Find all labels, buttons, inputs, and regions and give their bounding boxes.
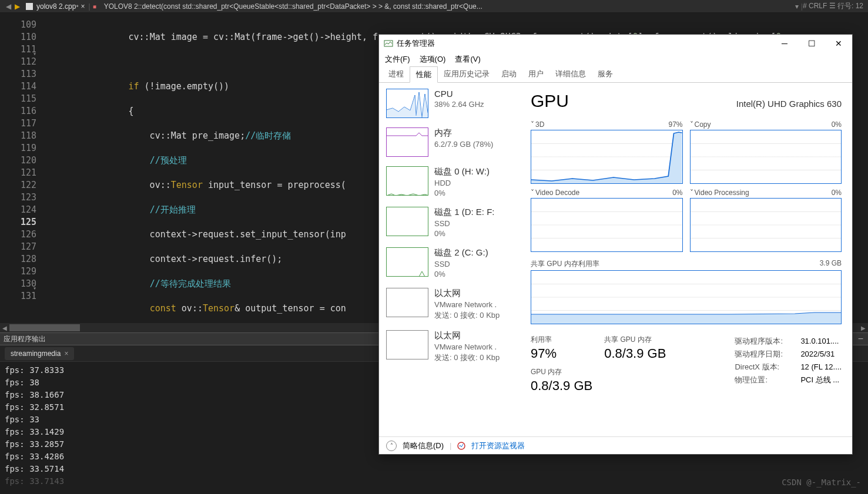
close-tab[interactable]: ×: [81, 2, 85, 11]
maximize-button[interactable]: ☐: [798, 35, 825, 52]
info-driver-date: 2022/5/31: [800, 348, 835, 361]
scroll-left-icon[interactable]: ◀: [0, 325, 9, 331]
chart-video-decode: [531, 198, 683, 252]
chart-label-copy[interactable]: Copy: [695, 120, 711, 129]
fold-icon[interactable]: ▾: [33, 48, 36, 60]
shared-gpu-label: 共享 GPU 内存: [604, 335, 666, 345]
taskmgr-icon: [384, 39, 393, 48]
util-label: 利用率: [531, 335, 592, 345]
chart-value-3d: 97%: [668, 120, 682, 129]
nav-forward-icon[interactable]: ▶: [15, 2, 20, 11]
util-value: 97%: [531, 346, 592, 361]
info-driver-date-label: 驱动程序日期:: [735, 348, 793, 361]
fold-icon[interactable]: ▾: [33, 282, 36, 294]
info-directx-label: DirectX 版本:: [735, 361, 793, 374]
info-driver-ver: 31.0.101....: [800, 335, 839, 348]
minimize-button[interactable]: ─: [771, 35, 798, 52]
tab-processes[interactable]: 进程: [383, 66, 410, 82]
ide-toolbar: ◀ ▶ yolov8 2.cpp • × | ◆ YOLOV8 2::detec…: [0, 0, 868, 13]
breadcrumb[interactable]: YOLOV8 2::detect(const std::shared_ptr<Q…: [104, 2, 793, 11]
chart-label-vproc[interactable]: Video Processing: [695, 189, 749, 197]
file-tab[interactable]: yolov8 2.cpp: [36, 2, 76, 11]
chart-label-3d[interactable]: 3D: [535, 120, 544, 129]
chart-video-processing: [690, 198, 842, 252]
status-text: # CRLF ☰ 行号: 12: [803, 1, 868, 11]
brief-info-link[interactable]: 简略信息(D): [403, 441, 444, 451]
tab-services[interactable]: 服务: [592, 66, 619, 82]
watermark: CSDN @-_Matrix_-: [782, 478, 861, 487]
dropdown-icon[interactable]: ▾: [795, 2, 799, 11]
svg-point-1: [458, 442, 465, 449]
taskmgr-footer: ˄ 简略信息(D) | 打开资源监视器: [379, 436, 852, 454]
gpu-mem-value: 0.8/3.9 GB: [531, 378, 592, 394]
modified-dot-icon: •: [76, 2, 78, 11]
line-gutter: 109 110 111▾ 112 113 114 115 116 117 118…: [0, 13, 43, 323]
info-directx: 12 (FL 12....: [800, 361, 842, 374]
chevron-down-icon[interactable]: ˅: [531, 189, 534, 197]
menubar: 文件(F) 选项(O) 查看(V): [379, 52, 852, 66]
output-tab[interactable]: streamingmedia ×: [5, 347, 74, 360]
diamond-icon: ◆: [91, 2, 98, 9]
info-driver-ver-label: 驱动程序版本:: [735, 335, 793, 348]
output-title: 应用程序输出: [0, 334, 46, 344]
sidebar-item-ethernet1[interactable]: 以太网VMware Network .发送: 0 接收: 0 Kbp: [386, 288, 526, 321]
tab-users[interactable]: 用户: [522, 66, 549, 82]
chart-value-vdecode: 0%: [672, 189, 682, 197]
scroll-right-icon[interactable]: ▶: [859, 325, 868, 331]
gpu-mem-label: GPU 内存: [531, 367, 592, 377]
svg-rect-0: [384, 41, 393, 46]
chart-value-copy: 0%: [832, 120, 842, 129]
gpu-device-name: Intel(R) UHD Graphics 630: [736, 99, 842, 109]
tab-bar: 进程 性能 应用历史记录 启动 用户 详细信息 服务: [379, 66, 852, 83]
window-title: 任务管理器: [397, 38, 435, 49]
gpu-heading: GPU: [531, 91, 569, 111]
chart-shared-memory: [531, 270, 842, 324]
sidebar-item-disk0[interactable]: 磁盘 0 (H: W:)HDD0%: [386, 166, 526, 197]
open-resource-monitor[interactable]: 打开资源监视器: [471, 441, 525, 451]
sidebar-item-disk2[interactable]: 磁盘 2 (C: G:)SSD0%: [386, 247, 526, 278]
minus-icon[interactable]: −: [858, 334, 863, 344]
tab-app-history[interactable]: 应用历史记录: [438, 66, 495, 82]
chart-label-vdecode[interactable]: Video Decode: [535, 189, 579, 197]
close-button[interactable]: ✕: [825, 35, 852, 52]
monitor-icon: [457, 442, 465, 450]
tab-performance[interactable]: 性能: [410, 66, 438, 83]
perf-sidebar[interactable]: CPU38% 2.64 GHz 内存6.2/7.9 GB (78%) 磁盘 0 …: [379, 83, 526, 436]
chart-value-vproc: 0%: [832, 189, 842, 197]
shared-gpu-value: 0.8/3.9 GB: [604, 346, 666, 361]
tab-details[interactable]: 详细信息: [549, 66, 592, 82]
sidebar-item-ethernet2[interactable]: 以太网VMware Network .发送: 0 接收: 0 Kbp: [386, 330, 526, 363]
nav-back-icon[interactable]: ◀: [6, 2, 11, 11]
shared-mem-max: 3.9 GB: [820, 259, 842, 269]
perf-main: GPU Intel(R) UHD Graphics 630 ˅3D97% ˅Co…: [526, 83, 852, 436]
close-icon[interactable]: ×: [64, 350, 68, 358]
task-manager-window: 任务管理器 ─ ☐ ✕ 文件(F) 选项(O) 查看(V) 进程 性能 应用历史…: [378, 34, 853, 455]
sidebar-item-disk1[interactable]: 磁盘 1 (D: E: F:SSD0%: [386, 207, 526, 238]
chart-copy: [690, 130, 842, 184]
tab-startup[interactable]: 启动: [495, 66, 522, 82]
file-icon: [26, 3, 33, 10]
chevron-down-icon[interactable]: ˅: [690, 120, 693, 129]
menu-file[interactable]: 文件(F): [385, 54, 410, 65]
sidebar-item-memory[interactable]: 内存6.2/7.9 GB (78%): [386, 127, 526, 157]
sidebar-item-cpu[interactable]: CPU38% 2.64 GHz: [386, 89, 526, 118]
chevron-down-icon[interactable]: ˅: [690, 189, 693, 197]
titlebar[interactable]: 任务管理器 ─ ☐ ✕: [379, 35, 852, 52]
collapse-icon[interactable]: ˄: [386, 441, 397, 451]
info-location-label: 物理位置:: [735, 374, 793, 387]
info-location: PCI 总线 ...: [800, 374, 839, 387]
chevron-down-icon[interactable]: ˅: [531, 120, 534, 129]
menu-view[interactable]: 查看(V): [455, 54, 480, 65]
scrollbar-thumb[interactable]: [9, 324, 80, 331]
shared-mem-label: 共享 GPU 内存利用率: [531, 259, 599, 269]
menu-options[interactable]: 选项(O): [420, 54, 446, 65]
chart-3d: [531, 130, 683, 184]
